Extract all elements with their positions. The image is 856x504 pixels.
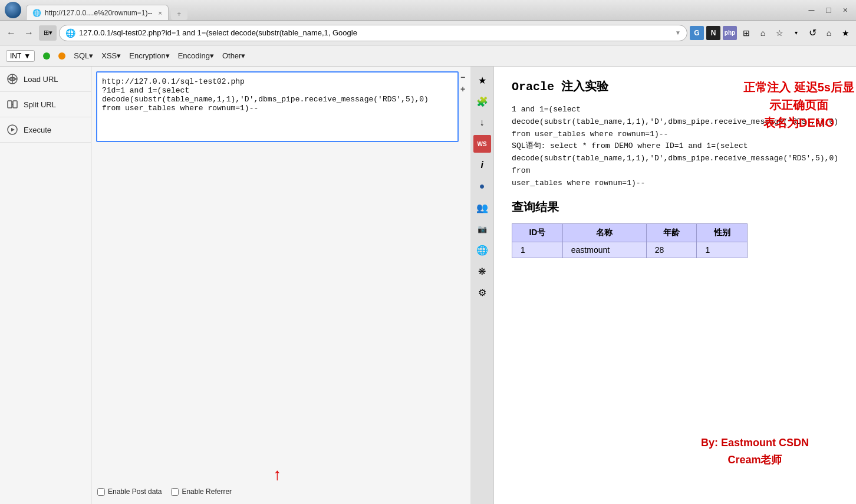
bookmark-star-icon[interactable]: ☆ [772, 26, 786, 40]
encoding-menu-label: Encoding▾ [178, 51, 214, 60]
sidebar-globe-icon[interactable]: 🌐 [473, 241, 491, 259]
bookmarks-dropdown-icon[interactable]: ▾ [789, 26, 803, 40]
enable-post-label: Enable Post data [108, 487, 162, 496]
n-icon[interactable]: N [706, 26, 720, 40]
home-btn2[interactable]: ⌂ [822, 26, 836, 40]
table-header-id: ID号 [512, 223, 563, 242]
windows-icon[interactable]: ⊞ [739, 26, 753, 40]
options-row: Enable Post data Enable Referrer [96, 484, 459, 499]
enable-post-input[interactable] [97, 488, 105, 496]
load-url-button[interactable]: Load URL [0, 67, 91, 92]
toolbar-icons: G N php ⊞ ⌂ ☆ ▾ ↺ ⌂ ★ [690, 26, 852, 40]
int-select[interactable]: INT ▼ [6, 50, 35, 62]
tool-panel: Load URL Split URL Execute [0, 67, 91, 504]
address-bar-input[interactable]: 🌐 127.0.0.1/sql-test02.php?id=1 and 1=(s… [59, 25, 687, 41]
execute-label: Execute [24, 126, 51, 134]
google-icon[interactable]: G [690, 26, 704, 40]
url-textarea-wrap: http://127.0.0.1/sql-test02.php ?id=1 an… [96, 71, 459, 472]
url-scrollbar: − + [459, 71, 467, 472]
star-btn[interactable]: ★ [838, 26, 852, 40]
active-tab[interactable]: 🌐 http://127.0.0....e%20rownum=1)-- × [26, 5, 169, 20]
encryption-menu-label: Encryption▾ [129, 51, 169, 60]
enable-referrer-checkbox[interactable]: Enable Referrer [171, 487, 232, 496]
main-layout: Load URL Split URL Execute [0, 67, 856, 504]
result-table: ID号 名称 年龄 性别 1 eastmount 28 1 [512, 223, 748, 258]
xss-menu[interactable]: XSS▾ [101, 51, 121, 60]
annotation-line1: 正常注入 延迟5s后显示正确页面 [743, 81, 854, 111]
table-header-age: 年龄 [646, 223, 697, 242]
green-dot-icon [43, 52, 50, 60]
php-icon[interactable]: php [723, 26, 737, 40]
minimize-button[interactable]: ─ [805, 4, 818, 16]
address-text: 127.0.0.1/sql-test02.php?id=1 and 1=(sel… [79, 28, 671, 37]
split-url-button[interactable]: Split URL [0, 92, 91, 117]
svg-rect-4 [13, 101, 17, 108]
execute-button[interactable]: Execute [0, 117, 91, 143]
query-title: 查询结果 [512, 199, 838, 215]
address-dropdown-icon: ▼ [675, 29, 681, 36]
sidebar-flower-icon[interactable]: ❋ [473, 262, 491, 280]
scroll-plus-icon[interactable]: + [460, 84, 465, 94]
left-icon-sidebar: ★ 🧩 ↓ WS i ● 👥 📷 🌐 ❋ ⚙ [470, 67, 494, 504]
enable-referrer-label: Enable Referrer [182, 487, 232, 496]
tab-favicon: 🌐 [32, 9, 41, 17]
back-button[interactable]: ← [4, 25, 19, 41]
orange-dot-icon [58, 52, 65, 60]
sql-menu[interactable]: SQL▾ [74, 51, 93, 60]
load-url-icon [6, 73, 19, 85]
red-arrow-icon: ↑ [274, 466, 282, 483]
url-area: http://127.0.0.1/sql-test02.php ?id=1 an… [91, 67, 470, 504]
url-input[interactable]: http://127.0.0.1/sql-test02.php ?id=1 an… [96, 71, 459, 142]
other-menu[interactable]: Other▾ [222, 51, 246, 60]
grid-menu-button[interactable]: ⊞▾ [39, 25, 57, 41]
cell-id: 1 [512, 242, 563, 258]
sql-line2: SQL语句: select * from DEMO where ID=1 and… [512, 140, 838, 177]
close-window-button[interactable]: × [839, 4, 851, 16]
encoding-menu[interactable]: Encoding▾ [178, 51, 214, 60]
sidebar-star-icon[interactable]: ★ [473, 71, 491, 89]
scroll-minus-icon[interactable]: − [460, 73, 465, 82]
sidebar-people-icon[interactable]: 👥 [473, 199, 491, 216]
cell-gender: 1 [697, 242, 748, 258]
sidebar-info-icon[interactable]: i [473, 156, 491, 174]
annotation-line2: 表名为DEMO [763, 116, 834, 129]
table-header-name: 名称 [562, 223, 646, 242]
maximize-button[interactable]: □ [822, 4, 834, 16]
sidebar-puzzle-icon[interactable]: 🧩 [473, 93, 491, 110]
forward-button[interactable]: → [21, 25, 37, 41]
new-tab-button[interactable]: + [171, 8, 187, 20]
titlebar: 🌐 http://127.0.0....e%20rownum=1)-- × + … [0, 0, 856, 21]
browser-logo [5, 2, 21, 18]
byline: By: Eastmount CSDNCream老师 [701, 434, 809, 469]
cell-age: 28 [646, 242, 697, 258]
cell-name: eastmount [562, 242, 646, 258]
sidebar-settings-icon[interactable]: ⚙ [473, 284, 491, 301]
sidebar-ball-icon[interactable]: ● [473, 177, 491, 195]
annotation-text: 正常注入 延迟5s后显示正确页面 表名为DEMO [742, 78, 856, 131]
int-label: INT [10, 52, 21, 60]
titlebar-controls: ─ □ × [805, 4, 851, 16]
home-icon[interactable]: ⌂ [756, 26, 770, 40]
refresh-button[interactable]: ↺ [805, 26, 819, 40]
sidebar-camera-icon[interactable]: 📷 [473, 220, 491, 238]
tab-area: 🌐 http://127.0.0....e%20rownum=1)-- × + [26, 0, 805, 20]
tab-title: http://127.0.0....e%20rownum=1)-- [45, 9, 152, 17]
table-header-gender: 性别 [697, 223, 748, 242]
sidebar-ws-icon[interactable]: WS [473, 135, 491, 153]
sql-line3: user_tables where rownum=1)-- [512, 177, 838, 190]
encryption-menu[interactable]: Encryption▾ [129, 51, 169, 60]
addressbar: ← → ⊞▾ 🌐 127.0.0.1/sql-test02.php?id=1 a… [0, 21, 856, 45]
tab-close-button[interactable]: × [158, 9, 162, 17]
int-dropdown-arrow: ▼ [24, 52, 31, 60]
enable-post-checkbox[interactable]: Enable Post data [97, 487, 162, 496]
sidebar-download-icon[interactable]: ↓ [473, 114, 491, 131]
xss-menu-label: XSS▾ [101, 51, 121, 60]
split-url-icon [6, 98, 19, 111]
execute-icon [6, 123, 19, 136]
other-menu-label: Other▾ [222, 51, 246, 60]
table-header-row: ID号 名称 年龄 性别 [512, 223, 748, 242]
table-row: 1 eastmount 28 1 [512, 242, 748, 258]
split-url-label: Split URL [24, 100, 56, 109]
load-url-label: Load URL [24, 75, 58, 84]
enable-referrer-input[interactable] [171, 488, 179, 496]
